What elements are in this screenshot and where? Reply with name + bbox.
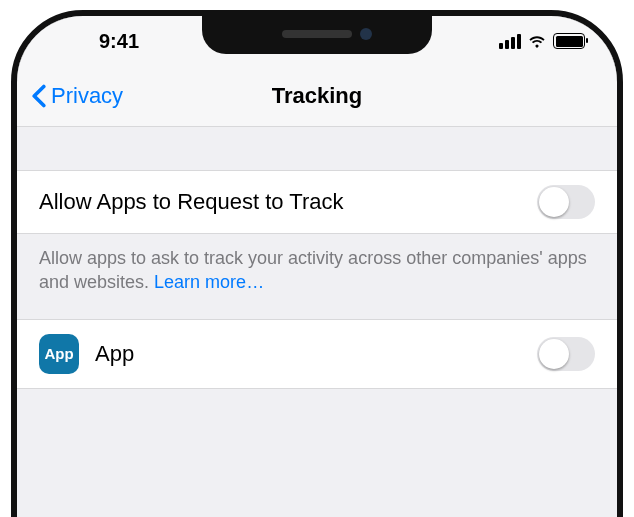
device-frame: 9:41 Privacy Tracking Allow Apps to Requ…	[11, 10, 623, 517]
allow-tracking-toggle[interactable]	[537, 185, 595, 219]
chevron-left-icon	[31, 84, 47, 108]
allow-tracking-row: Allow Apps to Request to Track	[17, 171, 617, 234]
learn-more-link[interactable]: Learn more…	[154, 272, 264, 292]
section-spacer	[17, 126, 617, 171]
nav-bar: Privacy Tracking	[17, 66, 617, 127]
status-time: 9:41	[49, 30, 189, 53]
cellular-signal-icon	[499, 34, 521, 49]
front-camera	[360, 28, 372, 40]
battery-icon	[553, 33, 585, 49]
back-label: Privacy	[51, 83, 123, 109]
content-area: Allow Apps to Request to Track Allow app…	[17, 126, 617, 517]
allow-tracking-label: Allow Apps to Request to Track	[39, 189, 537, 215]
footer-description: Allow apps to ask to track your activity…	[39, 248, 587, 292]
back-button[interactable]: Privacy	[17, 83, 123, 109]
app-row: App App	[17, 320, 617, 389]
app-icon: App	[39, 334, 79, 374]
section-footer: Allow apps to ask to track your activity…	[17, 234, 617, 320]
notch	[202, 14, 432, 54]
wifi-icon	[527, 31, 547, 51]
status-indicators	[445, 31, 585, 51]
app-name-label: App	[95, 341, 537, 367]
app-tracking-toggle[interactable]	[537, 337, 595, 371]
speaker-grille	[282, 30, 352, 38]
